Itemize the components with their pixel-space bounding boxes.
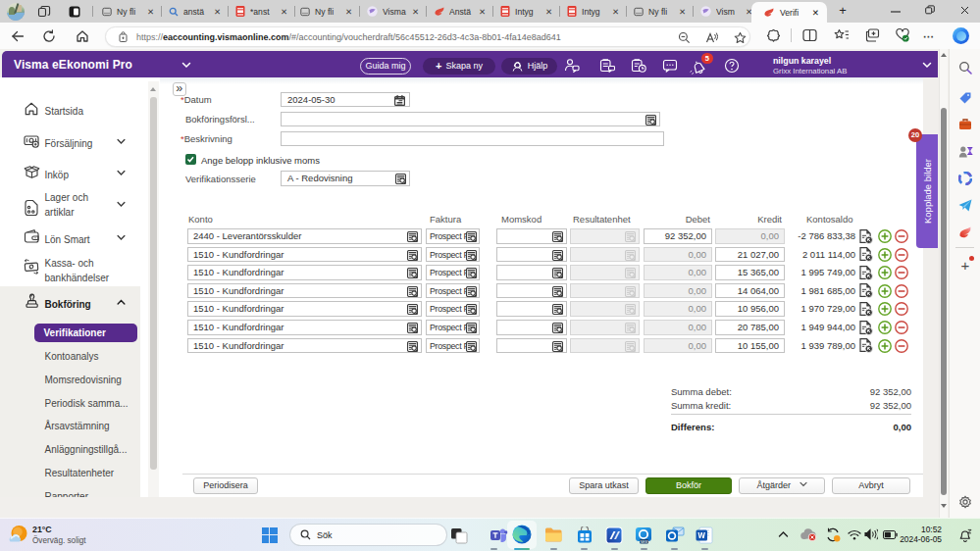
svg-text:NEW: NEW	[641, 540, 649, 544]
